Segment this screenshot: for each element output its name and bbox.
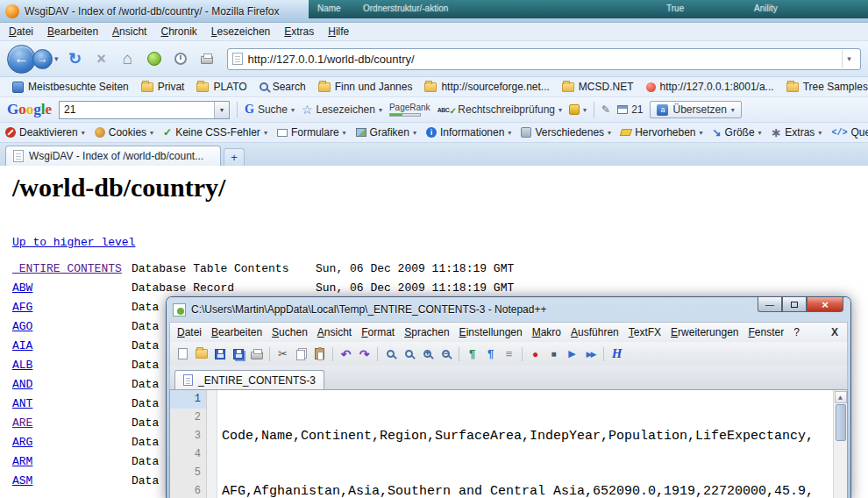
npp-menu-textfx[interactable]: TextFX: [629, 326, 661, 338]
url-bar[interactable]: ▾: [227, 48, 861, 70]
autofill-button[interactable]: ▾: [569, 104, 587, 115]
close-button[interactable]: ×: [807, 297, 843, 312]
undo-button[interactable]: ↶: [338, 345, 354, 362]
spellcheck-button[interactable]: ABC✓Rechtschreibprüfung▾: [438, 103, 562, 116]
webdev-groesse[interactable]: ↘Größe▾: [713, 126, 762, 139]
run-macro-multiple-button[interactable]: ▶▶: [582, 345, 599, 362]
search-history-dropdown-icon[interactable]: ▾: [214, 102, 229, 118]
record-macro-button[interactable]: ●: [527, 345, 544, 362]
google-search-button[interactable]: GSuche▾: [245, 103, 295, 117]
bookmark-tree-samples[interactable]: Tree Samples: [781, 81, 868, 93]
npp-menu-ausfuehren[interactable]: Ausführen: [571, 326, 619, 338]
up-to-higher-level-link[interactable]: Up to higher level: [12, 236, 135, 249]
dir-entry-link[interactable]: AND: [12, 378, 132, 391]
reload-button[interactable]: ↻: [64, 47, 87, 70]
dir-entry-link[interactable]: ABW: [12, 281, 132, 295]
greasemonkey-button[interactable]: [143, 47, 166, 70]
function-completion-button[interactable]: H: [608, 345, 625, 362]
webdev-deaktivieren[interactable]: Deaktivieren▾: [5, 126, 85, 139]
copy-button[interactable]: [293, 345, 309, 362]
highlighter-button[interactable]: ✎: [601, 103, 610, 116]
dir-entry-link[interactable]: ARM: [12, 455, 132, 468]
npp-document-tab[interactable]: _ENTIRE_CONTENTS-3: [174, 370, 324, 389]
bookmark-privat[interactable]: Privat: [136, 81, 190, 93]
webdev-extras[interactable]: ∗Extras▾: [772, 125, 822, 139]
home-button[interactable]: ⌂: [117, 47, 139, 70]
npp-menu-sprachen[interactable]: Sprachen: [404, 326, 449, 338]
npp-menu-ansicht[interactable]: Ansicht: [317, 326, 352, 338]
bookmark-finn-und-jannes[interactable]: Finn und Jannes: [313, 81, 418, 93]
bookmark-localhost-8001[interactable]: http://127.0.0.1:8001/a...: [641, 81, 779, 93]
dir-entry-link[interactable]: AGO: [12, 320, 132, 333]
npp-menu-einstellungen[interactable]: Einstellungen: [459, 326, 523, 338]
url-dropdown-icon[interactable]: ▾: [842, 50, 856, 68]
word-wrap-button[interactable]: ¶: [464, 345, 480, 362]
bookmark-most-visited[interactable]: Meistbesuchte Seiten: [7, 81, 134, 93]
play-macro-button[interactable]: ▶: [564, 345, 580, 362]
zoom-in-button[interactable]: +: [419, 345, 436, 362]
url-input[interactable]: [248, 53, 842, 66]
minimize-button[interactable]: —: [758, 297, 782, 312]
dir-entry-link[interactable]: ASM: [12, 474, 132, 487]
webdev-hervorheben[interactable]: Hervorheben▾: [621, 126, 702, 139]
pagerank-widget[interactable]: PageRank: [389, 103, 430, 117]
npp-menu-help[interactable]: ?: [793, 326, 800, 338]
webdev-quelltext[interactable]: </>Quellte: [831, 126, 868, 139]
npp-menu-bearbeiten[interactable]: Bearbeiten: [211, 326, 262, 338]
scrollbar-thumb[interactable]: [836, 404, 846, 441]
menu-bearbeiten[interactable]: Bearbeiten: [47, 25, 98, 38]
bookmark-search[interactable]: Search: [254, 81, 311, 93]
maximize-button[interactable]: [782, 297, 807, 312]
menu-datei[interactable]: Datei: [9, 25, 33, 38]
bookmark-plato[interactable]: PLATO: [191, 81, 252, 93]
cut-button[interactable]: ✂: [274, 345, 291, 362]
dir-entry-link[interactable]: ARG: [12, 436, 132, 449]
webdev-cookies[interactable]: Cookies▾: [95, 126, 153, 139]
menu-chronik[interactable]: Chronik: [160, 25, 196, 38]
npp-menu-datei[interactable]: Datei: [177, 326, 202, 338]
npp-menu-fenster[interactable]: Fenster: [748, 326, 784, 338]
show-all-characters-button[interactable]: ¶: [482, 345, 499, 362]
menu-lesezeichen[interactable]: Lesezeichen: [211, 25, 270, 38]
dir-entry-link[interactable]: AFG: [12, 301, 132, 314]
webdev-informationen[interactable]: iInformationen▾: [426, 126, 511, 139]
webdev-grafiken[interactable]: Grafiken▾: [356, 126, 416, 139]
dir-entry-link[interactable]: ARE: [12, 416, 132, 430]
open-file-button[interactable]: [193, 345, 210, 362]
dir-entry-link[interactable]: AIA: [12, 339, 132, 352]
forward-button[interactable]: →: [32, 49, 53, 69]
translate-button[interactable]: aÜbersetzen▾: [650, 101, 741, 118]
webdev-formulare[interactable]: Formulare▾: [277, 126, 346, 139]
dir-entry-link[interactable]: ANT: [12, 397, 132, 410]
paste-button[interactable]: [311, 345, 328, 362]
vertical-scrollbar[interactable]: ▲: [833, 390, 847, 498]
find-button[interactable]: [382, 345, 399, 362]
npp-menu-close-doc[interactable]: X: [831, 326, 840, 338]
menu-hilfe[interactable]: Hilfe: [328, 25, 349, 38]
npp-menu-format[interactable]: Format: [361, 326, 395, 338]
save-button[interactable]: [211, 345, 228, 362]
indent-guide-button[interactable]: ≡: [501, 345, 517, 362]
stop-button[interactable]: ×: [90, 47, 113, 70]
menu-ansicht[interactable]: Ansicht: [112, 25, 146, 38]
google-search-box[interactable]: ▾: [59, 101, 230, 119]
save-all-button[interactable]: [230, 345, 246, 362]
npp-menu-suchen[interactable]: Suchen: [272, 326, 308, 338]
history-dropdown-icon[interactable]: ▾: [54, 54, 59, 63]
scroll-up-icon[interactable]: ▲: [835, 391, 847, 403]
npp-titlebar[interactable]: C:\Users\Martin\AppData\Local\Temp\_ENTI…: [167, 297, 850, 322]
stop-macro-button[interactable]: ■: [545, 345, 562, 362]
google-search-input[interactable]: [64, 103, 214, 116]
npp-menu-erweiterungen[interactable]: Erweiterungen: [671, 326, 738, 338]
dir-entry-link[interactable]: _ENTIRE_CONTENTS: [12, 262, 132, 275]
bookmark-sourceforge[interactable]: http://sourceforge.net...: [419, 81, 554, 93]
history-clock-button[interactable]: [169, 47, 192, 70]
bookmark-mcsd[interactable]: MCSD.NET: [557, 81, 639, 93]
google-bookmarks-button[interactable]: ☆Lesezeichen▾: [302, 103, 382, 117]
zoom-out-button[interactable]: −: [438, 345, 454, 362]
print-button[interactable]: [248, 345, 265, 362]
webdev-verschiedenes[interactable]: Verschiedenes▾: [521, 126, 611, 139]
text-area[interactable]: Code,Name,Continent,Region,SurfaceArea,I…: [217, 390, 833, 498]
new-tab-button[interactable]: +: [224, 148, 245, 166]
popup-blocker-button[interactable]: 21: [617, 103, 643, 116]
